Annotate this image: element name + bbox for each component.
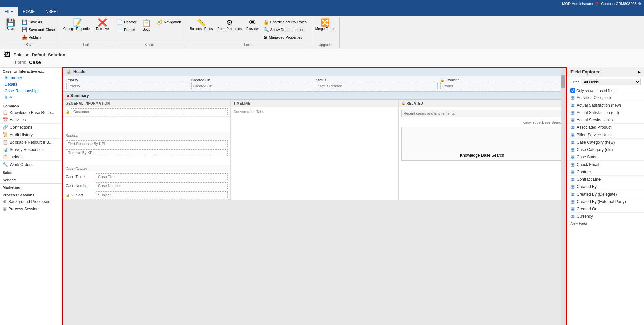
navigation-button[interactable]: 🧭 Navigation (154, 18, 183, 26)
fe-field-icon: ▦ (570, 117, 575, 122)
security-icon: 🔒 (263, 19, 269, 25)
case-number-input[interactable] (96, 182, 228, 189)
header-button[interactable]: 📄 Header (115, 18, 138, 26)
resolve-input[interactable] (66, 149, 228, 156)
status-input[interactable] (316, 83, 438, 89)
spacer3 (63, 157, 230, 165)
incident-icon: 📋 (3, 154, 8, 159)
publish-button[interactable]: 📤 Publish (20, 34, 57, 41)
connections-icon: 🔗 (3, 125, 8, 130)
change-props-icon: 📝 (73, 19, 82, 26)
nav-item-process-sessions[interactable]: ▦ Process Sessions (0, 205, 62, 212)
scroll-thumb[interactable] (561, 75, 565, 88)
fe-field-currency[interactable]: ▦ Currency (567, 213, 644, 220)
solution-bar: 🖼 Solution: Default Solution Form: Case (0, 49, 644, 67)
tab-home[interactable]: HOME (18, 7, 39, 16)
fe-field-created-by[interactable]: ▦ Created By (567, 183, 644, 190)
tab-insert[interactable]: INSERT (39, 7, 64, 16)
customer-input[interactable] (71, 108, 228, 115)
navigation-icon: 🧭 (156, 19, 162, 25)
kb-icon: 📋 (3, 110, 8, 115)
fe-field-icon: ▦ (570, 184, 575, 189)
fe-field-icon: ▦ (570, 110, 575, 115)
unused-fields-checkbox[interactable] (570, 88, 575, 93)
fe-new-field[interactable]: New Field (567, 220, 644, 226)
case-title-input[interactable] (96, 173, 228, 180)
fe-field-case-category-new[interactable]: ▦ Case Category (new) (567, 139, 644, 146)
enable-security-button[interactable]: 🔒 Enable Security Roles (261, 18, 309, 26)
fe-field-associated-product[interactable]: ▦ Associated Product (567, 124, 644, 131)
nav-section-marketing: Marketing (0, 183, 62, 190)
activities-icon: 📅 (3, 117, 8, 122)
nav-item-details[interactable]: Details (0, 81, 62, 88)
save-close-button[interactable]: 💾 Save and Close (20, 26, 57, 33)
nav-item-survey-responses[interactable]: 📊 Survey Responses (0, 146, 62, 153)
body-button[interactable]: 📋 Body (139, 18, 154, 33)
change-properties-button[interactable]: 📝 Change Properties (61, 18, 93, 32)
form-properties-button[interactable]: ⚙ Form Properties (215, 18, 244, 32)
business-rules-button[interactable]: 📏 Business Rules (187, 18, 215, 32)
first-response-input[interactable] (66, 140, 228, 147)
fe-field-check-email[interactable]: ▦ Check Email (567, 161, 644, 168)
summary-collapse-icon[interactable]: ◀ (66, 94, 69, 98)
nav-item-sla[interactable]: SLA (0, 94, 62, 101)
body-icon: 📋 (142, 20, 151, 27)
nav-item-connections[interactable]: 🔗 Connections (0, 123, 62, 131)
nav-item-audit-history[interactable]: 📜 Audit History (0, 131, 62, 138)
merge-icon: 🔀 (321, 19, 330, 26)
fe-field-case-category-old[interactable]: ▦ Case Category (old) (567, 146, 644, 153)
nav-section-common: Common (0, 102, 62, 109)
merge-forms-button[interactable]: 🔀 Merge Forms (313, 18, 337, 32)
show-dependencies-button[interactable]: 🔍 Show Dependencies (261, 26, 309, 33)
save-as-button[interactable]: 💾 Save As (20, 18, 57, 26)
fe-field-created-by-delegate[interactable]: ▦ Created By (Delegate) (567, 190, 644, 198)
created-on-input[interactable] (191, 83, 313, 89)
fe-field-created-on[interactable]: ▦ Created On (567, 205, 644, 213)
fe-expand-icon[interactable]: ▶ (638, 70, 641, 75)
save-as-icon: 💾 (22, 19, 27, 25)
fe-field-created-by-external[interactable]: ▦ Created By (External Party) (567, 198, 644, 205)
ribbon-group-select: 📄 Header 📄 Footer 📋 Body 🧭 Navigation (113, 17, 185, 48)
related-content: Knowledge Base Search Knowledge Base Sea… (399, 107, 566, 164)
help-icon[interactable]: ❓ (595, 2, 599, 6)
case-number-label: Case Number (66, 184, 96, 188)
fe-field-actual-satisfaction-new[interactable]: ▦ Actual Satisfaction (new) (567, 101, 644, 109)
username: MOD Administrator (562, 2, 593, 6)
recent-cases-input[interactable] (401, 110, 563, 117)
kb-search-area: Knowledge Base Search (401, 127, 563, 161)
form-props-icon: ⚙ (226, 19, 233, 26)
nav-item-incident[interactable]: 📋 incident (0, 153, 62, 160)
nav-item-knowledge-base[interactable]: 📋 Knowledge Base Reco... (0, 109, 62, 116)
fe-field-icon: ▦ (570, 214, 575, 219)
nav-item-activities[interactable]: 📅 Activities (0, 116, 62, 123)
ribbon-group-upgrade: 🔀 Merge Forms Upgrade (311, 17, 340, 48)
subject-input[interactable] (96, 191, 228, 198)
save-button[interactable]: 💾 Save (2, 18, 19, 32)
nav-item-summary[interactable]: Summary (0, 74, 62, 81)
fe-field-contract[interactable]: ▦ Contract (567, 168, 644, 176)
fe-filter-select[interactable]: All Fields (581, 79, 641, 85)
fe-checkbox-row: Only show unused fields (567, 87, 644, 94)
priority-input[interactable] (66, 83, 188, 89)
managed-properties-button[interactable]: ⚙ Managed Properties (261, 34, 309, 41)
nav-item-background-processes[interactable]: ⚙ Background Processes (0, 198, 62, 205)
nav-item-bookable-resource[interactable]: 📋 Bookable Resource B... (0, 138, 62, 146)
tab-file[interactable]: FILE (0, 7, 18, 16)
fe-field-billed-service-units[interactable]: ▦ Billed Service Units (567, 131, 644, 139)
nav-item-work-orders[interactable]: 🔧 Work Orders (0, 160, 62, 168)
preview-button[interactable]: 👁 Preview (244, 18, 261, 32)
nav-section-process-sessions: Process Sessions (0, 191, 62, 198)
bg-processes-icon: ⚙ (3, 199, 7, 204)
fe-field-actual-satisfaction-old[interactable]: ▦ Actual Satisfaction (old) (567, 109, 644, 116)
fe-field-actual-service-units[interactable]: ▦ Actual Service Units (567, 116, 644, 124)
owner-input[interactable] (440, 83, 562, 89)
settings-icon[interactable]: ⚙ (638, 2, 641, 6)
fe-field-contract-line[interactable]: ▦ Contract Line (567, 176, 644, 183)
footer-button[interactable]: 📄 Footer (115, 26, 138, 33)
edit-group-label: Edit (61, 42, 111, 47)
fe-field-case-stage[interactable]: ▦ Case Stage (567, 153, 644, 161)
nav-item-case-relationships[interactable]: Case Relationships (0, 88, 62, 94)
remove-button[interactable]: ❌ Remove (94, 18, 111, 32)
fe-field-activities-complete[interactable]: ▦ Activities Complete (567, 94, 644, 101)
scroll-bar[interactable] (561, 68, 566, 325)
